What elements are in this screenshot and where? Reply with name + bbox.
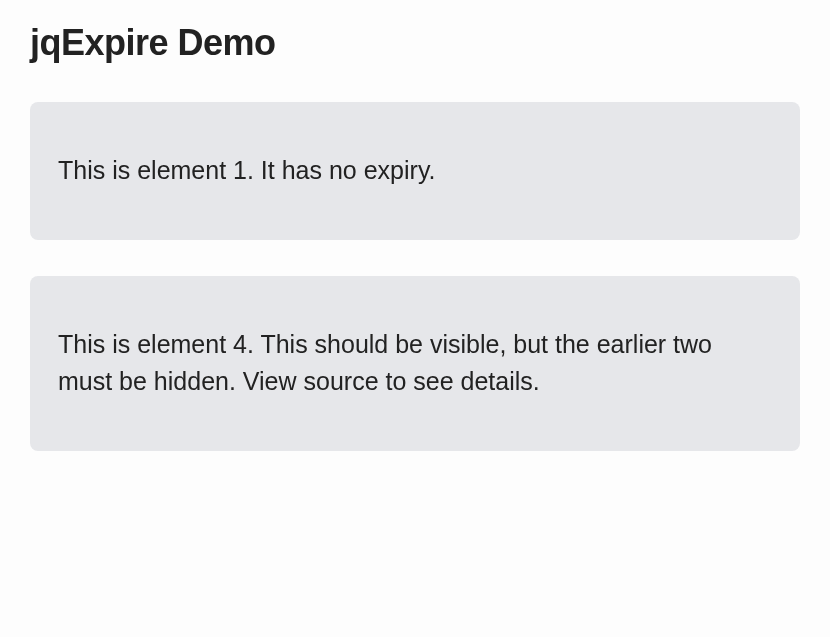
demo-card-text: This is element 1. It has no expiry. xyxy=(58,152,772,190)
demo-card: This is element 1. It has no expiry. xyxy=(30,102,800,240)
demo-card: This is element 4. This should be visibl… xyxy=(30,276,800,451)
page-title: jqExpire Demo xyxy=(30,22,800,64)
demo-card-text: This is element 4. This should be visibl… xyxy=(58,326,772,401)
